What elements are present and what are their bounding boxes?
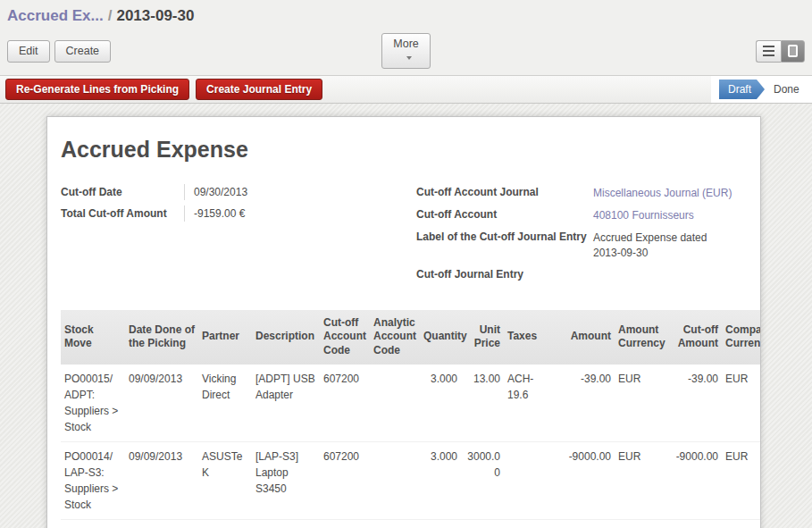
cell-cutoff-account-code[interactable]: 607200 xyxy=(320,519,370,528)
cell-analytic-account-code[interactable] xyxy=(370,365,420,442)
cell-analytic-account-code[interactable] xyxy=(370,441,420,519)
form-view-icon xyxy=(788,45,798,57)
page-title: Accrued Expense xyxy=(61,137,747,163)
cell-description[interactable]: [LAP-S3] Laptop S3450 xyxy=(252,441,320,519)
column-header-taxes: Taxes xyxy=(504,310,554,365)
cell-analytic-account-code[interactable] xyxy=(370,519,420,528)
cutoff-account-link[interactable]: 408100 Fournisseurs xyxy=(593,206,736,222)
breadcrumb-separator: / xyxy=(108,7,113,24)
statusbar-widget: Draft Done xyxy=(711,76,812,103)
cell-amount[interactable]: -120.00 xyxy=(554,519,615,528)
toolbar: Edit Create More xyxy=(0,29,812,75)
column-header-quantity: Quantity xyxy=(420,310,461,365)
journal-entry-label-label: Label of the Cut-off Journal Entry xyxy=(416,229,593,259)
breadcrumb-current: 2013-09-30 xyxy=(116,7,194,24)
cutoff-account-journal-label: Cut-off Account Journal xyxy=(416,184,593,200)
table-header-row: Stock Move Date Done of the Picking Part… xyxy=(61,310,761,365)
cell-amount[interactable]: -9000.00 xyxy=(554,441,615,519)
toolbar-center: More xyxy=(381,33,430,69)
list-view-button[interactable] xyxy=(756,40,781,63)
field-groups: Cut-off Date 09/30/2013 Total Cut-off Am… xyxy=(61,184,760,289)
form-background: Accrued Expense Cut-off Date 09/30/2013 … xyxy=(0,104,812,528)
edit-button[interactable]: Edit xyxy=(7,40,50,63)
table-row: PO00014/​LAP-S3: Suppliers > Stock 09/09… xyxy=(61,441,761,519)
form-view-button[interactable] xyxy=(781,40,805,63)
more-button-label: More xyxy=(393,38,418,50)
cell-description[interactable]: [ADPT] USB Adapter xyxy=(252,365,320,442)
column-header-amount-currency: Amount Currency xyxy=(615,310,666,365)
list-view-icon xyxy=(763,46,774,56)
cell-stock-move[interactable]: PO00014/​LAP-S3: Suppliers > Stock xyxy=(61,441,125,519)
cell-taxes[interactable] xyxy=(504,441,554,519)
cell-stock-move[interactable]: PO00015/​ADPT: Suppliers > Stock xyxy=(61,365,125,442)
cell-unit-price[interactable]: 3000.00 xyxy=(461,441,504,519)
toolbar-right xyxy=(431,40,805,63)
column-header-cutoff-account-code: Cut-off Account Code xyxy=(320,310,370,365)
cell-taxes[interactable]: ACH-19.6 xyxy=(504,365,554,442)
cell-amount-currency[interactable]: EUR xyxy=(615,519,666,528)
cell-partner[interactable]: ASUSTeK xyxy=(198,519,252,528)
cell-quantity[interactable]: 3.000 xyxy=(420,441,461,519)
create-journal-entry-button[interactable]: Create Journal Entry xyxy=(196,79,322,100)
column-header-description: Description xyxy=(252,310,320,365)
table-row: PO00015/​ADPT: Suppliers > Stock 09/09/2… xyxy=(61,365,761,442)
total-cutoff-amount-label: Total Cut-off Amount xyxy=(61,205,184,222)
journal-entry-label-value: Accrued Expense dated 2013-09-30 xyxy=(593,229,736,259)
cell-date-done[interactable]: 09/09/2013 xyxy=(125,365,198,442)
cell-partner[interactable]: Vicking Direct xyxy=(198,365,252,442)
total-cutoff-amount-value: -9159.00 € xyxy=(184,205,245,222)
cell-amount[interactable]: -39.00 xyxy=(554,365,615,442)
view-switcher xyxy=(756,40,805,63)
table-row: PO00014/​HEAD-USB: Suppliers > Stock 09/… xyxy=(61,519,761,528)
cutoff-journal-entry-value xyxy=(593,266,736,282)
cell-cutoff-account-code[interactable]: 607200 xyxy=(320,441,370,519)
column-header-date-done: Date Done of the Picking xyxy=(125,310,198,365)
regenerate-lines-button[interactable]: Re-Generate Lines from Picking xyxy=(5,79,189,100)
chevron-down-icon xyxy=(406,56,412,60)
cell-quantity[interactable]: 3.000 xyxy=(420,365,461,442)
cell-cutoff-amount[interactable]: -9000.00 xyxy=(666,441,722,519)
cell-partner[interactable]: ASUSTeK xyxy=(198,441,252,519)
cell-description[interactable]: [HEAD-USB] Headset USB xyxy=(252,519,320,528)
cell-cutoff-account-code[interactable]: 607200 xyxy=(320,365,370,442)
cell-cutoff-amount[interactable]: -120.00 xyxy=(666,519,722,528)
cell-amount-currency[interactable]: EUR xyxy=(615,441,666,519)
column-header-stock-move: Stock Move xyxy=(61,310,125,365)
breadcrumb: Accrued Ex.../2013-09-30 xyxy=(0,0,812,29)
cell-amount-currency[interactable]: EUR xyxy=(615,365,666,442)
cell-date-done[interactable]: 09/09/2013 xyxy=(125,441,198,519)
form-header-bar: Re-Generate Lines from Picking Create Jo… xyxy=(0,75,812,104)
cell-company-currency[interactable]: EUR xyxy=(722,365,761,442)
form-sheet: Accrued Expense Cut-off Date 09/30/2013 … xyxy=(46,116,761,528)
cell-quantity[interactable]: 2.000 xyxy=(420,519,461,528)
cell-taxes[interactable] xyxy=(504,519,554,528)
column-header-cutoff-amount: Cut-off Amount xyxy=(666,310,722,365)
cell-unit-price[interactable]: 13.00 xyxy=(461,365,504,442)
cell-company-currency[interactable]: EUR xyxy=(722,519,761,528)
column-header-company-currency: Company Currency xyxy=(722,310,761,365)
column-header-partner: Partner xyxy=(198,310,252,365)
toolbar-left: Edit Create xyxy=(7,40,381,63)
cutoff-account-label: Cut-off Account xyxy=(416,206,593,222)
cutoff-account-journal-link[interactable]: Miscellaneous Journal (EUR) xyxy=(593,184,736,200)
create-button[interactable]: Create xyxy=(54,40,112,63)
cell-company-currency[interactable]: EUR xyxy=(722,441,761,519)
breadcrumb-parent-link[interactable]: Accrued Ex... xyxy=(7,7,104,24)
cutoff-date-label: Cut-off Date xyxy=(61,184,184,200)
column-header-analytic-account-code: Analytic Account Code xyxy=(370,310,420,365)
cell-date-done[interactable]: 09/09/2013 xyxy=(125,519,198,528)
cutoff-lines-table: Stock Move Date Done of the Picking Part… xyxy=(61,310,761,528)
cell-unit-price[interactable]: 60.00 xyxy=(461,519,504,528)
cutoff-date-value: 09/30/2013 xyxy=(184,184,247,200)
column-header-amount: Amount xyxy=(554,310,615,365)
cutoff-journal-entry-label: Cut-off Journal Entry xyxy=(416,266,593,282)
status-done[interactable]: Done xyxy=(765,80,808,99)
cell-cutoff-amount[interactable]: -39.00 xyxy=(666,365,722,442)
cell-stock-move[interactable]: PO00014/​HEAD-USB: Suppliers > Stock xyxy=(61,519,125,528)
field-group-right: Cut-off Account Journal Miscellaneous Jo… xyxy=(416,184,756,289)
status-draft[interactable]: Draft xyxy=(719,80,765,99)
column-header-unit-price: Unit Price xyxy=(461,310,504,365)
more-button[interactable]: More xyxy=(381,33,430,69)
field-group-left: Cut-off Date 09/30/2013 Total Cut-off Am… xyxy=(61,184,416,289)
